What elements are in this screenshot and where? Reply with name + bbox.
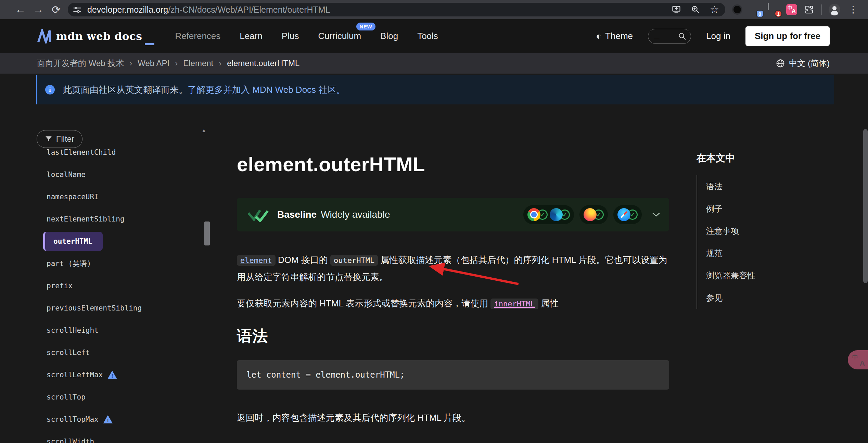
breadcrumb-link[interactable]: Element	[183, 59, 213, 68]
banner-text: 此页面由社区从英文翻译而来。	[63, 85, 188, 95]
safari-icon	[617, 208, 630, 221]
banner-link[interactable]: 了解更多并加入 MDN Web Docs 社区。	[188, 85, 345, 95]
sidebar-item[interactable]: outerHTML!	[36, 230, 210, 252]
document-sidebar: Filter ▲ lastElementChild! localName! na…	[36, 127, 210, 443]
breadcrumb-separator: ›	[219, 59, 221, 68]
extensions-puzzle-icon[interactable]	[804, 4, 814, 15]
sidebar-item[interactable]: part (英语)!	[36, 252, 210, 275]
url-path: /zh-CN/docs/Web/API/Element/outerHTML	[168, 5, 330, 14]
warning-icon: !	[103, 415, 113, 423]
breadcrumb-link[interactable]: Web API	[138, 59, 169, 68]
extension-avatar-icon[interactable]: 0	[749, 4, 761, 15]
bookmark-star-icon[interactable]: ☆	[710, 4, 719, 15]
extension-square-image	[768, 3, 769, 10]
sidebar-item-label: scrollLeft	[47, 349, 90, 357]
address-bar[interactable]: developer.mozilla.org/zh-CN/docs/Web/API…	[68, 3, 725, 16]
translate-extension-icon[interactable]: 中 A	[786, 4, 797, 15]
zoom-icon[interactable]	[691, 5, 700, 14]
sidebar-item[interactable]: scrollLeftMax!	[36, 364, 210, 386]
sidebar-item[interactable]: prefix!	[36, 275, 210, 297]
info-icon: i	[45, 85, 55, 94]
mdn-header: mdn web docs References Learn Plus Curri…	[0, 19, 868, 53]
sidebar-item[interactable]: scrollHeight!	[36, 319, 210, 341]
syntax-code-block[interactable]: let content = element.outerHTML;	[237, 360, 669, 390]
baseline-widget[interactable]: Baseline Widely available ✓ ✓ ✓ ✓	[237, 198, 669, 231]
mdn-logo-underscore	[145, 43, 154, 45]
chrome-icon	[527, 208, 540, 221]
theme-label: Theme	[605, 31, 633, 41]
mdn-logo[interactable]: mdn web docs	[37, 27, 154, 45]
language-label: 中文 (简体)	[789, 58, 830, 69]
sidebar-item[interactable]: nextElementSibling!	[36, 208, 210, 230]
nav-item[interactable]: Tools	[417, 31, 438, 41]
element-link[interactable]: element	[237, 255, 276, 266]
sidebar-item[interactable]: namespaceURI!	[36, 186, 210, 208]
return-paragraph: 返回时，内容包含描述元素及其后代的序列化 HTML 片段。	[237, 409, 671, 426]
nav-item-label: Plus	[282, 31, 299, 41]
sidebar-item-label: namespaceURI	[47, 193, 99, 201]
browser-toolbar: ← → ⟳ developer.mozilla.org/zh-CN/docs/W…	[0, 0, 868, 19]
extension-badge-count: 1	[775, 10, 782, 17]
intro-text: DOM 接口的	[276, 255, 330, 265]
chevron-down-icon[interactable]	[652, 212, 660, 217]
paragraph-text: 属性	[538, 298, 559, 308]
theme-toggle[interactable]: ◐ Theme	[596, 31, 633, 41]
browser-menu-icon[interactable]: ⋮	[847, 4, 859, 15]
safari-support-pill: ✓	[613, 205, 642, 224]
language-switcher[interactable]: 中文 (简体)	[776, 58, 830, 69]
search-input[interactable]: _	[648, 29, 691, 44]
nav-item[interactable]: Blog	[380, 31, 398, 41]
extension-square-icon[interactable]: 1	[768, 4, 779, 15]
page-scrollbar-thumb[interactable]	[863, 129, 868, 283]
sidebar-item[interactable]: lastElementChild!	[36, 141, 210, 163]
toc-link[interactable]: 参见	[697, 287, 755, 309]
mdn-wordmark: mdn web docs	[56, 30, 142, 42]
sidebar-item[interactable]: scrollTop!	[36, 386, 210, 408]
sidebar-scroll-up-icon[interactable]: ▲	[201, 127, 206, 133]
sidebar-item[interactable]: scrollTopMax!	[36, 408, 210, 430]
firefox-icon	[584, 208, 597, 221]
nav-item[interactable]: Plus	[282, 31, 299, 41]
site-info-icon[interactable]	[73, 5, 82, 14]
page-title: element.outerHTML	[237, 153, 425, 176]
toc-link[interactable]: 浏览器兼容性	[697, 264, 755, 287]
sidebar-scrollbar-thumb[interactable]	[204, 222, 210, 245]
url-text[interactable]: developer.mozilla.org/zh-CN/docs/Web/API…	[87, 5, 330, 15]
new-badge: NEW	[356, 23, 376, 30]
toc-link[interactable]: 语法	[697, 175, 755, 198]
toc-heading: 在本文中	[697, 152, 755, 165]
breadcrumb-link[interactable]: 面向开发者的 Web 技术	[37, 58, 124, 69]
toc-link[interactable]: 例子	[697, 198, 755, 220]
warning-icon: !	[107, 371, 117, 379]
sidebar-item[interactable]: scrollWidth!	[36, 430, 210, 443]
search-icon[interactable]	[678, 32, 686, 40]
nav-item[interactable]: Learn	[240, 31, 263, 41]
syntax-heading: 语法	[237, 326, 268, 346]
url-host: developer.mozilla.org	[87, 5, 168, 14]
translate-a-glyph: A	[792, 8, 796, 15]
toc-link[interactable]: 规范	[697, 242, 755, 264]
innerhtml-link[interactable]: innerHTML	[490, 299, 538, 309]
login-link[interactable]: Log in	[706, 31, 730, 41]
sidebar-item[interactable]: previousElementSibling!	[36, 297, 210, 319]
paragraph-text: 要仅获取元素内容的 HTML 表示形式或替换元素的内容，请使用	[237, 298, 490, 308]
forward-icon[interactable]: →	[29, 1, 47, 18]
toc-link[interactable]: 注意事项	[697, 220, 755, 242]
sidebar-item[interactable]: scrollLeft!	[36, 341, 210, 364]
nav-item[interactable]: Curriculum NEW	[318, 31, 361, 41]
breadcrumb-link[interactable]: element.outerHTML	[227, 59, 299, 68]
signup-button[interactable]: Sign up for free	[745, 26, 830, 46]
extension-dot-icon[interactable]	[732, 4, 742, 15]
toc-list: 语法 例子 注意事项 规范 浏览器兼容性 参见	[697, 175, 755, 309]
back-icon[interactable]: ←	[12, 1, 29, 18]
translate-fab[interactable]: 中 A	[848, 350, 868, 369]
intro-paragraph: element DOM 接口的 outerHTML 属性获取描述元素（包括其后代…	[237, 252, 671, 286]
sidebar-item-label: scrollHeight	[47, 326, 99, 334]
save-to-device-icon[interactable]	[672, 5, 681, 14]
sidebar-item-label: outerHTML	[53, 237, 92, 245]
profile-avatar[interactable]	[829, 4, 840, 15]
sidebar-item-label: scrollLeftMax	[47, 371, 103, 379]
sidebar-item[interactable]: localName!	[36, 163, 210, 186]
nav-item[interactable]: References	[175, 31, 220, 41]
reload-icon[interactable]: ⟳	[47, 1, 65, 18]
